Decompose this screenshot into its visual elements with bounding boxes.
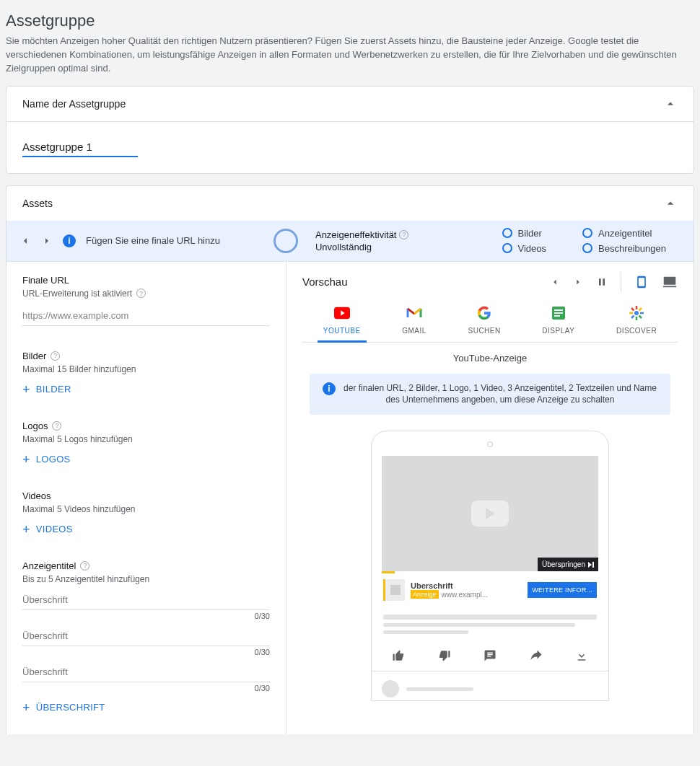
check-images[interactable]: Bilder [502,228,547,239]
ad-thumbnail [383,579,405,601]
phone-preview: Überspringen Uberschrift Anzeigewww.exam… [371,431,609,701]
ad-cta-button[interactable]: WEITERE INFOR... [528,582,597,598]
plus-icon: + [22,701,30,714]
videos-label: Videos [22,490,51,501]
share-icon[interactable] [530,649,543,662]
logos-group: Logos? Maximal 5 Logos hinzufügen +LOGOS [22,421,270,466]
ad-url: www.exampl... [442,591,488,599]
images-group: Bilder? Maximal 15 Bilder hinzufügen +BI… [22,351,270,396]
chevron-up-icon[interactable] [663,196,678,211]
headline-counter-1: 0/30 [22,612,270,620]
google-icon [476,305,492,321]
headline-input-1[interactable] [22,590,270,610]
help-icon[interactable]: ? [399,230,408,239]
info-icon: i [323,382,336,395]
headline-counter-3: 0/30 [22,684,270,692]
headlines-label: Anzeigentitel [22,560,76,571]
page-title: Assetgruppe [6,12,694,30]
logos-sublabel: Maximal 5 Logos hinzufügen [22,434,270,444]
images-label: Bilder [22,351,46,361]
tab-gmail[interactable]: GMAIL [396,301,432,342]
svg-rect-2 [554,309,563,311]
add-logos-button[interactable]: +LOGOS [22,453,71,466]
asset-group-name-card: Name der Assetgruppe [6,86,694,174]
preview-next-icon[interactable] [573,277,583,287]
ad-headline: Uberschrift [411,581,522,590]
svg-rect-3 [554,312,563,314]
headline-input-3[interactable] [22,662,270,682]
logos-label: Logos [22,421,48,431]
phone-camera-icon [487,441,493,447]
add-headline-button[interactable]: +ÜBERSCHRIFT [22,701,105,714]
download-icon[interactable] [575,649,588,662]
headlines-group: Anzeigentitel? Bis zu 5 Anzeigentitel hi… [22,560,270,714]
pause-icon[interactable] [596,276,608,288]
assets-status-bar: i Fügen Sie eine finale URL hinzu Anzeig… [6,221,694,262]
strength-label: Anzeigeneffektivität [315,229,397,240]
comment-icon[interactable] [484,649,496,662]
svg-point-5 [634,311,639,315]
preview-info-banner: i der finalen URL, 2 Bilder, 1 Logo, 1 V… [310,374,670,415]
skip-button[interactable]: Überspringen [538,558,598,571]
tab-youtube[interactable]: YOUTUBE [318,301,367,342]
preview-prev-icon[interactable] [550,277,560,287]
plus-icon: + [22,453,30,466]
chevron-right-icon[interactable] [41,235,53,247]
preview-video: Überspringen [382,456,598,571]
headline-counter-2: 0/30 [22,648,270,656]
help-icon[interactable]: ? [80,561,89,571]
thumbs-up-icon[interactable] [392,649,405,662]
check-descriptions[interactable]: Beschreibungen [582,243,666,254]
tab-discover[interactable]: DISCOVER [611,301,662,342]
asset-group-name-input[interactable] [22,138,138,157]
help-icon[interactable]: ? [136,289,146,298]
thumbs-down-icon[interactable] [438,649,451,662]
status-hint: Fügen Sie eine finale URL hinzu [86,235,220,246]
avatar [382,680,399,697]
assets-card-title: Assets [22,198,53,209]
add-videos-button[interactable]: +VIDEOS [22,523,73,536]
mobile-device-icon[interactable] [634,275,649,289]
asset-group-name-title: Name der Assetgruppe [22,98,126,110]
final-url-label: Finale URL [22,275,270,286]
strength-meter-icon [274,229,298,253]
check-headlines[interactable]: Anzeigentitel [582,228,666,239]
preview-title: Vorschau [302,276,348,288]
discover-icon [629,305,644,321]
preview-subtitle: YouTube-Anzeige [302,353,678,364]
chevron-left-icon[interactable] [19,235,31,247]
plus-icon: + [22,523,30,536]
strength-value: Unvollständig [315,242,409,252]
check-videos[interactable]: Videos [502,243,547,254]
gmail-icon [406,305,422,321]
chevron-up-icon[interactable] [663,97,678,111]
help-icon[interactable]: ? [52,421,61,431]
plus-icon: + [22,383,30,396]
final-url-sublabel: URL-Erweiterung ist aktiviert [22,289,132,299]
youtube-icon [334,305,350,321]
images-sublabel: Maximal 15 Bilder hinzufügen [22,364,270,374]
headline-input-2[interactable] [22,626,270,646]
tab-display[interactable]: DISPLAY [536,301,580,342]
svg-rect-4 [554,315,560,317]
videos-group: Videos Maximal 5 Videos hinzufügen +VIDE… [22,490,270,536]
desktop-device-icon[interactable] [662,274,678,290]
assets-card: Assets i Fügen Sie eine finale URL hinzu… [6,185,694,734]
display-icon [551,305,566,321]
tab-search[interactable]: SUCHEN [462,301,506,342]
add-images-button[interactable]: +BILDER [22,383,71,396]
videos-sublabel: Maximal 5 Videos hinzufügen [22,504,270,514]
ad-badge: Anzeige [411,590,439,599]
final-url-group: Finale URL URL-Erweiterung ist aktiviert… [22,275,270,326]
page-description: Sie möchten Anzeigen hoher Qualität den … [6,35,684,76]
final-url-input[interactable] [22,304,270,326]
headlines-sublabel: Bis zu 5 Anzeigentitel hinzufügen [22,574,270,584]
help-icon[interactable]: ? [51,351,60,361]
info-icon: i [63,234,76,247]
play-icon [471,501,509,527]
